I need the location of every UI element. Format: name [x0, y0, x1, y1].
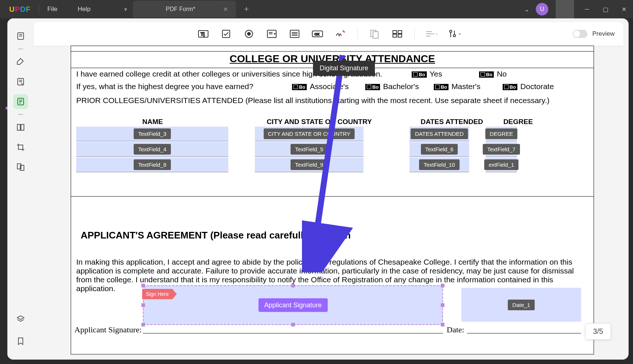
text-field-tool-icon[interactable]: T| — [195, 26, 211, 41]
checkbox-doctorate[interactable]: Bo — [503, 84, 517, 90]
multi-copy-tool-icon[interactable] — [389, 26, 405, 41]
tabs-overflow-icon[interactable]: ⌄ — [517, 0, 536, 18]
crop-icon[interactable] — [13, 140, 28, 155]
divider — [18, 49, 23, 49]
signature-field[interactable]: Sign Here Applicant Signature — [143, 285, 443, 325]
resize-handle[interactable] — [291, 323, 295, 326]
listbox-tool-icon[interactable] — [286, 26, 303, 41]
checkbox-associate[interactable]: Bo — [292, 84, 307, 90]
signature-caption: Applicant Signature: — [74, 325, 142, 335]
text-field[interactable]: TextField_8 — [76, 158, 228, 172]
svg-rect-28 — [393, 31, 397, 33]
sign-here-tag: Sign Here — [142, 289, 172, 299]
menu-help[interactable]: Help — [78, 6, 91, 13]
text-field[interactable]: DEGREE — [486, 127, 517, 141]
resize-handle[interactable] — [141, 323, 145, 326]
page-indicator[interactable]: 3/5 — [585, 323, 611, 340]
window-maximize-icon[interactable]: ▢ — [596, 0, 615, 18]
svg-rect-8 — [17, 124, 20, 130]
svg-rect-31 — [398, 34, 402, 37]
divider — [18, 114, 23, 115]
tab-area: ▾ PDF Form* ✕ + — [118, 0, 249, 18]
form-icon[interactable] — [13, 94, 28, 109]
signature-field-label: Applicant Signature — [258, 298, 327, 312]
agreement-title: APPLICANT'S AGREEMENT (Please read caref… — [81, 230, 588, 241]
dropdown-tool-icon[interactable] — [264, 26, 280, 41]
menu-file[interactable]: File — [47, 6, 57, 13]
checkbox-no[interactable]: Bo — [479, 71, 494, 78]
app-logo: UPDF — [9, 5, 31, 14]
align-tool-icon[interactable]: ▾ — [423, 26, 440, 41]
text-field[interactable]: TextField_10 — [409, 158, 469, 172]
form-settings-tool-icon[interactable]: ▾ — [446, 26, 463, 41]
text-field[interactable]: extField_1 — [486, 158, 517, 172]
separator — [414, 29, 415, 39]
svg-point-35 — [450, 30, 452, 32]
text-field[interactable]: CITY AND STATE OR COUNTRY — [255, 127, 363, 141]
organize-icon[interactable] — [13, 120, 28, 135]
digital-signature-tool-icon[interactable] — [332, 26, 348, 41]
text-field[interactable]: TextField_6 — [409, 142, 469, 157]
svg-rect-27 — [373, 32, 378, 38]
checkbox-yes[interactable]: Bo — [412, 71, 426, 78]
resize-handle[interactable] — [441, 284, 444, 287]
checkbox-tool-icon[interactable] — [218, 26, 234, 41]
resize-handle[interactable] — [141, 284, 145, 287]
window-close-icon[interactable]: ✕ — [615, 0, 633, 18]
radio-tool-icon[interactable] — [241, 26, 257, 41]
table-header: NAME CITY AND STATE OR COUNTRY DATES ATT… — [76, 118, 588, 126]
date-field[interactable]: Date_1 — [461, 288, 581, 322]
svg-point-37 — [453, 35, 456, 37]
layers-icon[interactable] — [13, 312, 28, 326]
prior-colleges-text: PRIOR COLLEGES/UNIVERSITIES ATTENDED (Pl… — [76, 96, 588, 105]
annotate-icon[interactable] — [13, 54, 28, 69]
tooltip: Digital Signature — [313, 61, 375, 76]
separator — [357, 29, 358, 39]
workspace: T| OK ▾ ▾ Preview Digital Signature — [7, 18, 629, 360]
tab-active[interactable]: PDF Form* ✕ — [133, 1, 236, 18]
checkbox-master[interactable]: Bo — [434, 84, 449, 90]
date-caption: Date: — [447, 325, 464, 335]
signature-line — [143, 333, 443, 333]
pdf-page: COLLEGE OR UNIVERSITY ATTENDANCE I have … — [71, 46, 594, 354]
svg-point-16 — [247, 32, 250, 35]
button-tool-icon[interactable]: OK — [309, 26, 326, 41]
page-canvas[interactable]: COLLEGE OR UNIVERSITY ATTENDANCE I have … — [34, 46, 623, 354]
resize-handle[interactable] — [441, 303, 444, 307]
svg-rect-9 — [21, 124, 24, 130]
svg-text:OK: OK — [314, 32, 320, 36]
compare-icon[interactable] — [13, 160, 28, 174]
divider — [556, 0, 574, 18]
window-minimize-icon[interactable]: ─ — [578, 0, 596, 18]
tab-add-button[interactable]: + — [244, 4, 249, 14]
svg-rect-29 — [398, 31, 402, 33]
resize-handle[interactable] — [291, 284, 295, 287]
thumbnails-icon[interactable] — [13, 29, 28, 43]
svg-rect-30 — [393, 34, 397, 37]
svg-rect-14 — [222, 30, 230, 38]
resize-handle[interactable] — [441, 323, 444, 326]
date-line — [467, 333, 581, 333]
checkbox-bachelor[interactable]: Bo — [365, 84, 380, 90]
bookmark-icon[interactable] — [13, 334, 28, 349]
form-toolbar: T| OK ▾ ▾ Preview — [34, 22, 623, 46]
sidebar — [7, 18, 34, 360]
text-field[interactable]: DATES ATTENDED — [409, 127, 469, 141]
preview-toggle[interactable] — [573, 30, 587, 38]
tab-close-icon[interactable]: ✕ — [222, 4, 229, 14]
degree-question: If yes, what is the highest degree you h… — [76, 82, 253, 91]
tab-dropdown[interactable]: ▾ — [118, 0, 133, 18]
svg-text:T|: T| — [201, 32, 205, 37]
resize-handle[interactable] — [141, 303, 145, 307]
text-field[interactable]: TextField_7 — [486, 142, 517, 157]
text-field[interactable]: TextField_4 — [76, 142, 228, 157]
copy-tool-icon[interactable] — [366, 26, 383, 41]
divider — [39, 5, 39, 14]
text-field[interactable]: TextField_5 — [255, 142, 363, 157]
edit-icon[interactable] — [13, 74, 28, 89]
avatar[interactable]: U — [536, 3, 548, 15]
window-controls: ⌄ U ─ ▢ ✕ — [517, 0, 633, 18]
text-field[interactable]: TextField_9 — [255, 158, 363, 172]
preview-label: Preview — [592, 30, 615, 38]
text-field[interactable]: TextField_3 — [76, 127, 228, 141]
